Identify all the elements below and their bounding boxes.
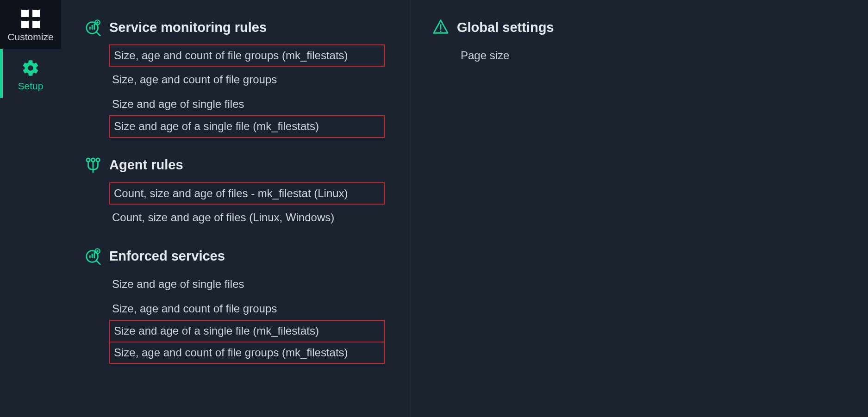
monitor-plus-icon [84,19,102,36]
section: Global settingsPage size [432,19,868,67]
section-title: Agent rules [109,157,183,173]
section-header: Agent rules [84,156,411,174]
rule-link[interactable]: Size and age of single files [109,93,411,115]
active-indicator [0,49,3,98]
rule-link[interactable]: Size, age and count of file groups (mk_f… [109,342,385,364]
section-title: Service monitoring rules [109,20,267,35]
section: Enforced servicesSize and age of single … [84,247,411,364]
link-list: Size, age and count of file groups (mk_f… [84,44,411,138]
rule-link[interactable]: Page size [458,44,868,67]
sidebar: Customize Setup [0,0,61,417]
rule-link[interactable]: Size, age and count of file groups [109,298,411,320]
section-header: Service monitoring rules [84,19,411,36]
section-title: Global settings [457,20,554,35]
svg-line-13 [97,261,100,265]
gear-icon [21,57,40,79]
rule-link[interactable]: Size and age of a single file (mk_filest… [109,320,385,342]
svg-point-21 [440,31,441,32]
grid-icon [21,8,40,30]
link-list: Page size [432,44,868,67]
section-title: Enforced services [109,249,225,264]
monitor-plus-icon [84,247,102,265]
right-column: Global settingsPage size [411,0,868,417]
section-header: Enforced services [84,247,411,265]
sidebar-label-customize: Customize [7,31,53,43]
rule-link[interactable]: Size, age and count of file groups (mk_f… [109,44,385,67]
link-list: Size and age of single filesSize, age an… [84,273,411,364]
section-header: Global settings [432,19,868,36]
section: Agent rulesCount, size and age of files … [84,156,411,229]
rule-link[interactable]: Size and age of a single file (mk_filest… [109,115,385,137]
rule-link[interactable]: Count, size and age of files (Linux, Win… [109,206,411,229]
sidebar-item-setup[interactable]: Setup [0,49,61,98]
rule-link[interactable]: Count, size and age of files - mk_filest… [109,182,385,205]
branches-icon [84,156,102,174]
rule-link[interactable]: Size and age of single files [109,273,411,295]
sidebar-label-setup: Setup [18,81,44,92]
main-column: Service monitoring rulesSize, age and co… [61,0,411,417]
warning-icon [432,19,450,36]
rule-link[interactable]: Size, age and count of file groups [109,68,411,91]
link-list: Count, size and age of files - mk_filest… [84,182,411,229]
svg-line-1 [97,32,100,36]
section: Service monitoring rulesSize, age and co… [84,19,411,138]
sidebar-item-customize[interactable]: Customize [0,0,61,49]
